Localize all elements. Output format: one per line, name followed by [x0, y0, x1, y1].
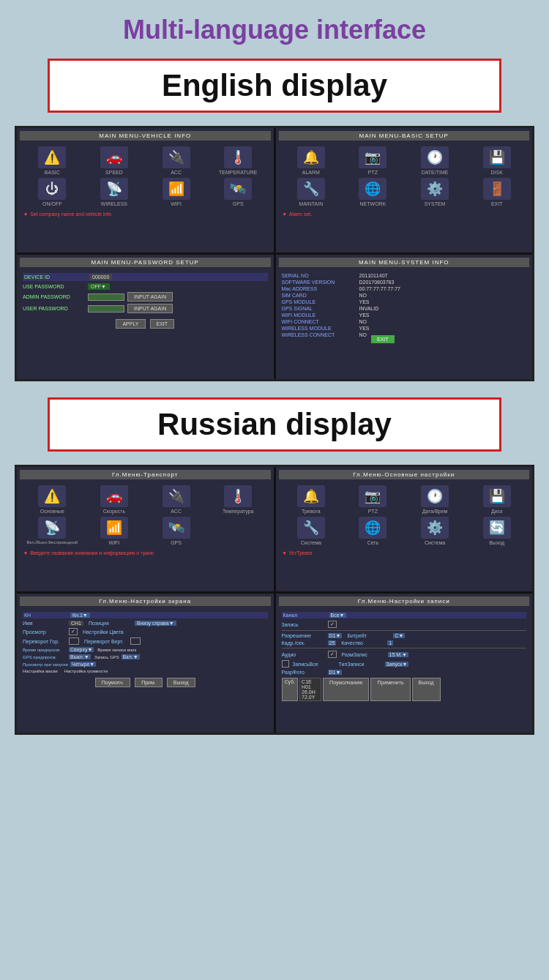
list-item: ⚠️ Основные [23, 485, 82, 514]
russian-screens-grid: Гл.Меню-Транспорт ⚠️ Основные 🚗 Скорость… [15, 465, 534, 735]
user-input-again-btn[interactable]: INPUT AGAIN [127, 304, 173, 313]
list-item: ⚙️ SYSTEM [406, 178, 465, 206]
list-item: 🛰️ GPS [209, 178, 268, 206]
alarm-icon: 🔔 [297, 146, 325, 168]
sub-label: Суб. [282, 678, 299, 701]
network-icon: 🌐 [359, 178, 386, 200]
table-row: Разрешение D1▼ Битрейт С▼ [282, 633, 527, 638]
list-item: ⏻ ON/OFF [23, 178, 82, 206]
user-password-input[interactable] [88, 305, 124, 313]
ru-temp-icon: 🌡️ [224, 485, 252, 507]
ru-datetime-icon: 🕐 [421, 485, 449, 507]
table-row: Запись ✓ [282, 621, 527, 628]
list-item: 🚗 Скорость [85, 485, 144, 514]
ru-record-settings: Гл.Меню-Настройки записи Канал Все▼ Запи… [276, 594, 533, 733]
datetime-icon: 🕐 [421, 146, 449, 168]
apply-button[interactable]: Прим. [135, 678, 163, 687]
ru-onoff-icon: 📡 [38, 517, 66, 539]
sysinfo-title: MAIN MENU-SYSTEM INFO [279, 258, 530, 267]
vehicle-icons-grid: ⚠️ BASIC 🚗 SPEED 🔌 ACC 🌡️ TEMPERATURE ⏻ [20, 143, 271, 209]
ru-basic-icons: 🔔 Тревога 📷 PTZ 🕐 Дата/Врем 💾 Диск 🔧 [279, 482, 530, 548]
ru-vehicle-screen: Гл.Меню-Транспорт ⚠️ Основные 🚗 Скорость… [17, 467, 274, 591]
english-label: English display [162, 68, 387, 102]
sysinfo-table: SERIAL NO 2011011407 SOFTWARE VERSION D2… [279, 270, 530, 348]
list-item: 📷 PTZ [343, 146, 403, 175]
ru-ptz-icon: 📷 [359, 485, 386, 507]
table-row: Канал Все▼ [282, 612, 527, 618]
screen-buttons: Поумолч. Прим. Выход [23, 678, 268, 687]
list-item: 🌡️ TEMPERATURE [209, 146, 268, 175]
default-button[interactable]: Поумолч. [95, 678, 130, 687]
table-row: WIFI MODULE YES [282, 313, 527, 318]
password-title: MAIN MENU-PASSWORD SETUP [20, 258, 271, 267]
list-item: ⚠️ BASIC [23, 146, 82, 175]
ru-screen-title: Гл.Меню-Настройки экрана [20, 596, 271, 606]
basic-icons-grid: 🔔 ALARM 📷 PTZ 🕐 DATE/TIME 💾 DISK 🔧 [279, 143, 530, 209]
ru-network-icon: 🌐 [359, 517, 386, 539]
list-item: ⚙️ Система [406, 517, 465, 545]
disk-icon: 💾 [483, 146, 511, 168]
table-row: Переворот Гор. Переворот Верт. [23, 637, 268, 645]
admin-password-input[interactable] [88, 293, 124, 301]
ru-basic-title: Гл.Меню-Основные настройки [279, 470, 530, 479]
exit-rec-button[interactable]: Выход [412, 678, 441, 701]
list-item: 🕐 DATE/TIME [406, 146, 465, 175]
password-row: DEVICE ID 000000 [23, 273, 268, 281]
table-row: Кадр./сек. 25 Качество 1 [282, 640, 527, 646]
ru-system2-icon: ⚙️ [421, 517, 449, 539]
list-item: 🌐 NETWORK [343, 178, 403, 206]
password-row: USER PASSWORD INPUT AGAIN [23, 304, 268, 313]
ru-warning-icon: ⚠️ [38, 485, 66, 507]
list-item: 📡 WIRELESS [85, 178, 144, 206]
admin-input-again-btn[interactable]: INPUT AGAIN [127, 292, 173, 302]
wireless-icon: 📡 [100, 178, 128, 200]
sysinfo-screen: MAIN MENU-SYSTEM INFO SERIAL NO 20110114… [276, 255, 533, 379]
basic-setup-screen: MAIN MENU-BASIC SETUP 🔔 ALARM 📷 PTZ 🕐 DA… [276, 128, 533, 253]
basic-footer: ♥ Alarm set. [279, 209, 530, 219]
list-item: 🌐 Сеть [343, 517, 403, 545]
list-item: 📡 Вкл./Выкл.Беспроводной [23, 517, 82, 545]
gps-icon: 🛰️ [224, 178, 252, 200]
list-item: 🚗 SPEED [85, 146, 144, 175]
apply-button[interactable]: APPLY [116, 319, 145, 329]
password-setup-screen: MAIN MENU-PASSWORD SETUP DEVICE ID 00000… [17, 255, 274, 379]
table-row: WIRELESS MODULE YES [282, 326, 527, 331]
ru-exit-icon: 🔄 [483, 517, 511, 539]
list-item: 💾 Диск [467, 485, 526, 514]
ru-record-table: Канал Все▼ Запись ✓ Разрешение D1▼ Битре… [279, 609, 530, 704]
ru-disk-icon: 💾 [483, 485, 511, 507]
list-item: 📶 WIFI [85, 517, 144, 545]
table-row: Имя CH1 Позиция Внизу справа▼ [23, 621, 268, 626]
table-row: КН Кн.1▼ [23, 612, 268, 618]
table-row: GPS SIGNAL INVALID [282, 306, 527, 311]
speed-icon: 🚗 [100, 146, 128, 168]
password-table: DEVICE ID 000000 USE PASSWORD OFF▼ ADMIN… [20, 270, 271, 332]
exit-button[interactable]: EXIT [150, 319, 175, 329]
password-row: ADMIN PASSWORD INPUT AGAIN [23, 292, 268, 302]
table-row: Просмотр при запуске Четыре▼ [23, 662, 268, 667]
exit-button[interactable]: Выход [167, 678, 195, 687]
ru-screen-settings: Гл.Меню-Настройки экрана КН Кн.1▼ Имя CH… [17, 594, 274, 733]
sysinfo-exit-button[interactable]: EXIT [371, 335, 395, 343]
ru-acc-icon: 🔌 [163, 485, 190, 507]
table-row: SOFTWARE VERSION D20170803783 [282, 280, 527, 285]
sub-dropdown: С1ЕH0126.0H72.0Y [299, 678, 321, 701]
list-item: 🌡️ Температура [209, 485, 268, 514]
table-row: WIFI CONNECT NO [282, 319, 527, 324]
list-item: 📷 PTZ [343, 485, 403, 514]
table-row: Время предпросм. Сверху▼ Время записи вн… [23, 647, 268, 652]
temp-icon: 🌡️ [224, 146, 252, 168]
table-row: Настройка маски Настройка громкости [23, 669, 268, 673]
table-row: Просмотр ✓ Настройки Цвета [23, 628, 268, 635]
ru-speed-icon: 🚗 [100, 485, 128, 507]
basic-title: MAIN MENU-BASIC SETUP [279, 131, 530, 141]
page-title: Multi-language interface [0, 15, 549, 45]
ru-screen-settings-table: КН Кн.1▼ Имя CH1 Позиция Внизу справа▼ П… [20, 609, 271, 690]
list-item: 📶 WIFI [146, 178, 206, 206]
ru-system1-icon: 🔧 [297, 517, 325, 539]
english-screens-grid: MAIN MENU-VEHICLE INFO ⚠️ BASIC 🚗 SPEED … [15, 126, 534, 381]
apply-rec-button[interactable]: Применить [370, 678, 410, 701]
russian-display-box: Russian display [48, 397, 501, 452]
password-row: USE PASSWORD OFF▼ [23, 283, 268, 290]
default-rec-button[interactable]: Поумолчанию [323, 678, 369, 701]
